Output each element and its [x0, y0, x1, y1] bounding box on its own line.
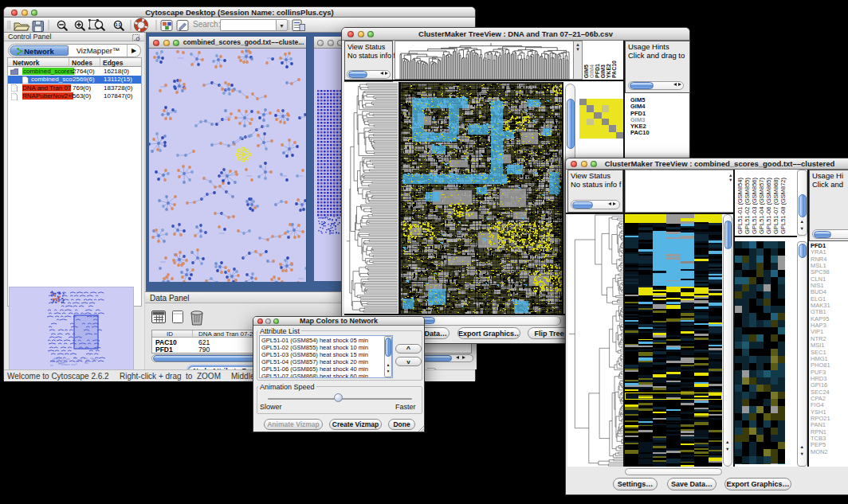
svg-text:1:1: 1:1: [115, 22, 120, 27]
